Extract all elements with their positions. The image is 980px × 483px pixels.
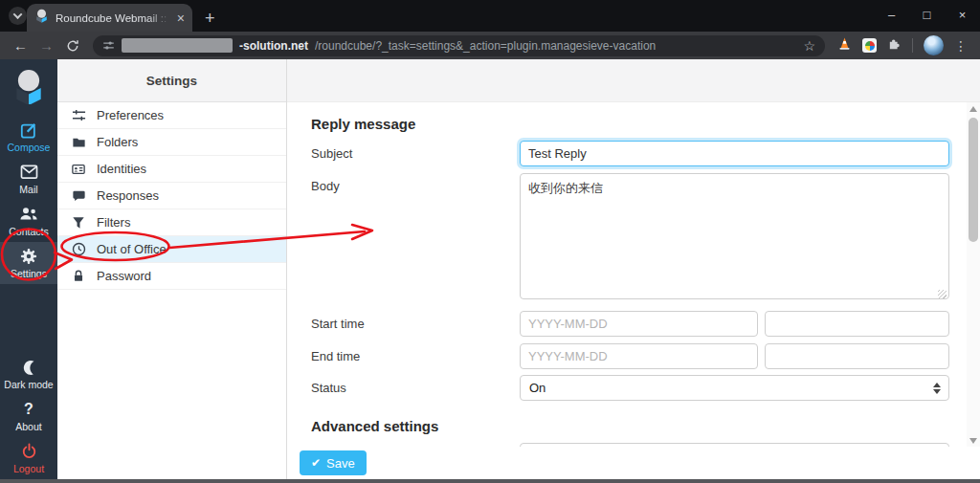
body-label: Body [311, 173, 520, 193]
settings-item-label: Identities [97, 162, 146, 176]
end-hour-input[interactable] [765, 343, 949, 369]
sidebar-item-label: Compose [8, 142, 51, 153]
content-header-band [287, 59, 980, 102]
status-selected-value: On [529, 381, 546, 395]
maximize-button[interactable]: □ [909, 0, 945, 29]
sliders-icon [71, 108, 86, 122]
id-card-icon [71, 163, 86, 176]
clock-icon [71, 242, 86, 256]
settings-item-identities[interactable]: Identities [57, 156, 286, 183]
sidebar-item-compose[interactable]: Compose [0, 116, 57, 158]
scrollbar-thumb[interactable] [969, 118, 978, 242]
roundcube-favicon-icon [34, 9, 49, 27]
moon-icon [21, 359, 37, 376]
save-button-label: Save [326, 456, 355, 471]
contacts-icon [19, 206, 38, 223]
gear-icon [20, 248, 37, 265]
settings-panel: Settings Preferences Folders Identities … [57, 59, 287, 479]
sidebar-item-label: Settings [11, 268, 47, 279]
extensions-puzzle-icon[interactable] [887, 36, 902, 55]
window-close-button[interactable]: × [945, 0, 980, 29]
chevron-down-icon [13, 10, 23, 19]
resize-handle-icon[interactable] [938, 290, 947, 298]
sidebar-item-about[interactable]: ? About [0, 395, 57, 437]
vertical-scrollbar[interactable] [967, 102, 980, 447]
settings-item-label: Responses [97, 188, 159, 203]
photos-extension-icon[interactable] [862, 38, 877, 53]
section-title-reply-message: Reply message [311, 116, 949, 132]
settings-item-responses[interactable]: Responses [57, 183, 286, 209]
back-button[interactable]: ← [9, 38, 33, 53]
check-icon: ✔ [311, 456, 321, 470]
sidebar-item-mail[interactable]: Mail [0, 158, 57, 200]
bookmark-star-icon[interactable]: ☆ [803, 38, 815, 54]
end-time-label: End time [311, 349, 520, 363]
vlc-extension-icon[interactable] [837, 36, 852, 55]
start-time-label: Start time [311, 317, 520, 331]
settings-item-folders[interactable]: Folders [57, 129, 286, 156]
sidebar-item-contacts[interactable]: Contacts [0, 200, 57, 242]
browser-titlebar: Roundcube Webmail :: Out of O × + – □ × [0, 0, 980, 32]
sidebar-item-logout[interactable]: Logout [0, 437, 57, 479]
settings-panel-title: Settings [57, 59, 286, 102]
sidebar-item-label: About [15, 421, 41, 432]
scroll-down-icon[interactable] [967, 434, 980, 447]
compose-icon [20, 121, 37, 139]
sidebar-item-label: Dark mode [4, 379, 53, 390]
tab-close-icon[interactable]: × [177, 11, 185, 25]
section-title-advanced-settings: Advanced settings [311, 418, 949, 434]
settings-item-label: Filters [97, 215, 130, 230]
form-footer: ✔ Save [287, 447, 980, 479]
settings-item-out-of-office[interactable]: Out of Office [57, 236, 286, 263]
subject-label: Subject [311, 146, 520, 161]
save-button[interactable]: ✔ Save [300, 450, 367, 475]
vacation-form: Reply message Subject Body 收到你的来信 Start … [287, 59, 980, 479]
end-date-input[interactable] [520, 343, 758, 369]
settings-item-filters[interactable]: Filters [57, 209, 286, 236]
start-hour-input[interactable] [765, 311, 949, 337]
settings-item-preferences[interactable]: Preferences [57, 102, 286, 129]
body-textarea[interactable]: 收到你的来信 [520, 173, 949, 299]
lock-icon [71, 269, 86, 283]
settings-item-password[interactable]: Password [57, 263, 286, 290]
funnel-icon [71, 216, 86, 230]
tab-title: Roundcube Webmail :: Out of O [56, 12, 170, 24]
new-tab-button[interactable]: + [205, 10, 215, 27]
settings-item-label: Out of Office [97, 242, 167, 256]
status-label: Status [311, 381, 520, 395]
url-path: /roundcube/?_task=settings&_action=plugi… [315, 39, 796, 53]
sidebar-item-dark-mode[interactable]: Dark mode [0, 353, 57, 395]
browser-menu-icon[interactable]: ⋮ [954, 38, 968, 54]
window-bottom-edge [0, 479, 980, 483]
select-spinner-icon [933, 383, 941, 394]
browser-toolbar: ← → -solution.net /roundcube/?_task=sett… [0, 32, 980, 59]
comment-icon [71, 189, 86, 203]
site-settings-icon[interactable] [102, 39, 115, 52]
subject-input[interactable] [520, 141, 949, 166]
status-select[interactable]: On [520, 375, 949, 401]
question-mark-icon: ? [24, 401, 33, 418]
browser-tab[interactable]: Roundcube Webmail :: Out of O × [27, 4, 192, 32]
mail-icon [20, 164, 38, 181]
settings-item-label: Password [97, 269, 151, 283]
scroll-up-icon[interactable] [967, 102, 980, 115]
sidebar-item-settings[interactable]: Settings [0, 242, 57, 284]
sidebar-item-label: Logout [13, 463, 44, 474]
url-bar[interactable]: -solution.net /roundcube/?_task=settings… [93, 35, 825, 56]
url-domain: -solution.net [239, 39, 308, 53]
settings-item-label: Preferences [97, 108, 164, 122]
reload-button[interactable] [60, 39, 84, 53]
task-sidebar: Compose Mail Contacts Settings Dark mod [0, 59, 57, 479]
profile-avatar[interactable] [924, 35, 944, 55]
power-icon [21, 443, 37, 460]
settings-item-label: Folders [97, 135, 138, 149]
redacted-domain-box [122, 38, 233, 53]
minimize-button[interactable]: – [874, 0, 909, 29]
folder-icon [71, 136, 86, 149]
sidebar-item-label: Mail [19, 184, 37, 195]
toolbar-divider [912, 38, 913, 53]
tab-search-button[interactable] [9, 7, 27, 25]
forward-button[interactable]: → [34, 38, 58, 53]
roundcube-logo [11, 68, 47, 108]
start-date-input[interactable] [520, 311, 758, 337]
